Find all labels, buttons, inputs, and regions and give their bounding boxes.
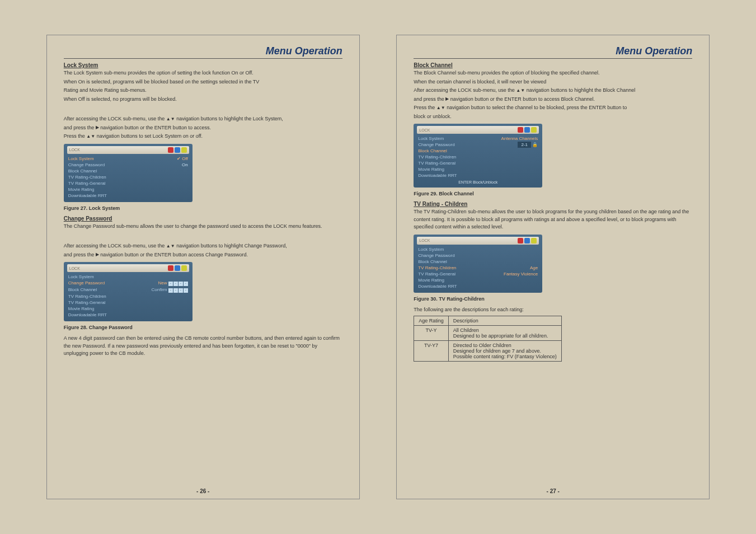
osd-header: LOCK (67, 146, 189, 154)
osd-header: LOCK (417, 237, 539, 245)
osd-label: Lock System (68, 274, 94, 279)
up-down-arrow-icon: ▲▼ (166, 244, 175, 249)
osd-row: TV Rating-ChildrenAge (417, 265, 539, 271)
text: Directed to Older Children (453, 343, 557, 348)
osd-nav-icons (168, 147, 187, 153)
text: Possible content rating: FV (Fantasy Vio… (453, 354, 557, 359)
manual-page-27: Menu Operation Block Channel The Block C… (396, 35, 710, 499)
osd-row: TV Rating-General (67, 299, 189, 306)
osd-header-label: LOCK (419, 238, 430, 242)
osd-row: TV Rating-Children (67, 174, 189, 180)
osd-row: Block Channel Confirm ---- (67, 287, 189, 293)
text: The following are the descriptions for e… (414, 306, 692, 314)
osd-label: Block Channel (68, 168, 97, 174)
osd-label: Movie Rating (68, 187, 95, 192)
osd-row: Downloadable RRT (67, 312, 189, 318)
header-bar: Menu Operation (414, 45, 692, 59)
osd-row: TV Rating-GeneralFantasy Violence (417, 271, 539, 277)
osd-label: Change Password (68, 162, 105, 167)
figure-caption-28: Figure 28. Change Password (64, 325, 342, 330)
osd-screenshot-change-password: LOCK Lock System Change Password New ---… (64, 262, 192, 321)
text: Designed to be appropriate for all child… (453, 333, 557, 339)
text: Rating and Movie Rating sub-menus. (64, 87, 342, 95)
text: The TV Rating-Children sub-menu allows t… (414, 208, 692, 231)
text: Press the ▲▼ navigation buttons to set L… (64, 133, 342, 140)
page-title: Menu Operation (266, 45, 342, 57)
osd-row: TV Rating-General (67, 180, 189, 186)
text: block or unblock. (414, 113, 692, 121)
manual-page-26: Menu Operation Lock System The Lock Syst… (46, 35, 360, 499)
description-cell: All Children Designed to be appropriate … (448, 326, 561, 341)
field-label: Confirm (152, 287, 167, 292)
text: A new 4 digit password can then be enter… (64, 335, 342, 358)
text: The Block Channel sub-menu provides the … (414, 69, 692, 77)
osd-row: Downloadable RRT (417, 283, 539, 289)
text: navigation button or the ENTER button to… (99, 125, 211, 130)
section-tv-rating-children-title: TV Rating - Children (414, 201, 692, 207)
up-down-arrow-icon: ▲▼ (166, 117, 175, 121)
page-title: Menu Operation (616, 45, 692, 57)
text: When Off is selected, no programs will b… (64, 96, 342, 104)
osd-row: TV Rating-General (417, 160, 539, 166)
osd-label: Change Password (418, 253, 454, 258)
osd-label: TV Rating-Children (418, 154, 456, 160)
text: navigation buttons to highlight the Lock… (175, 116, 283, 121)
osd-row: Block Channel (417, 148, 539, 154)
up-down-arrow-icon: ▲▼ (436, 106, 445, 110)
osd-row: Movie Rating (417, 277, 539, 283)
age-rating-cell: TV-Y7 (414, 341, 449, 362)
rating-table: Age Rating Description TV-Y All Children… (414, 316, 561, 362)
text: and press the ▶ navigation button or the… (64, 124, 342, 132)
text: navigation buttons to highlight Change P… (175, 243, 287, 249)
lock-icon: 🔒 (532, 142, 538, 147)
osd-label: TV Rating-General (68, 181, 106, 186)
text: and press the ▶ navigation button or the… (64, 251, 342, 259)
text: The Change Password sub-menu allows the … (64, 223, 342, 231)
text: After accessing the LOCK sub-menu, use t… (64, 116, 166, 121)
osd-label: Downloadable RRT (68, 193, 107, 198)
figure-caption-27: Figure 27. Lock System (64, 205, 342, 211)
osd-header: LOCK (67, 264, 189, 272)
osd-label: TV Rating-General (418, 271, 456, 277)
osd-screenshot-lock-system: LOCK Lock System✔ Off Change PasswordOn … (64, 144, 192, 202)
osd-label: TV Rating-Children (68, 294, 106, 299)
osd-label: TV Rating-General (68, 300, 106, 305)
table-header: Description (448, 316, 561, 326)
osd-nav-icons (168, 265, 187, 271)
section-lock-system-title: Lock System (64, 62, 342, 68)
age-rating-cell: TV-Y (414, 326, 449, 341)
password-boxes: ---- (168, 282, 188, 286)
osd-header-label: LOCK (419, 128, 430, 132)
osd-row: Movie Rating (67, 186, 189, 193)
osd-row: TV Rating-Children (67, 293, 189, 299)
text: and press the (64, 252, 96, 257)
osd-label: Movie Rating (68, 306, 95, 311)
text: When On is selected, programs will be bl… (64, 78, 342, 86)
osd-value: ✔ Off (177, 156, 188, 161)
text: navigation button or the ENTER button to… (449, 96, 595, 102)
text: After accessing the LOCK sub-menu, use t… (64, 243, 166, 249)
osd-value: Fantasy Violence (504, 271, 538, 277)
osd-label: Lock System (418, 247, 444, 252)
field-label: New (158, 280, 167, 285)
osd-screenshot-block-channel: LOCK Lock SystemAntenna Channels Change … (414, 124, 542, 188)
osd-header-label: LOCK (69, 148, 80, 152)
text: and press the (414, 96, 445, 102)
text: and press the (64, 125, 96, 130)
osd-row: Change Password2-1 🔒 (417, 142, 539, 148)
osd-row: Movie Rating (67, 306, 189, 312)
table-row: TV-Y All Children Designed to be appropr… (414, 326, 561, 341)
text: When the certain channel is blocked, it … (414, 78, 692, 86)
text: Designed for children age 7 and above. (453, 348, 557, 354)
osd-label: Movie Rating (418, 167, 444, 172)
osd-row: Movie Rating (417, 166, 539, 172)
osd-label: TV Rating-Children (68, 175, 106, 180)
channel-number: 2-1 (518, 142, 531, 148)
osd-row: Change Password (417, 252, 539, 259)
osd-row: Lock System✔ Off (67, 156, 189, 162)
osd-row: TV Rating-Children (417, 154, 539, 160)
text: navigation button or the ENTER button ac… (99, 252, 248, 257)
osd-value: On (182, 162, 188, 167)
osd-row: Downloadable RRT (417, 172, 539, 179)
table-header-row: Age Rating Description (414, 316, 561, 326)
